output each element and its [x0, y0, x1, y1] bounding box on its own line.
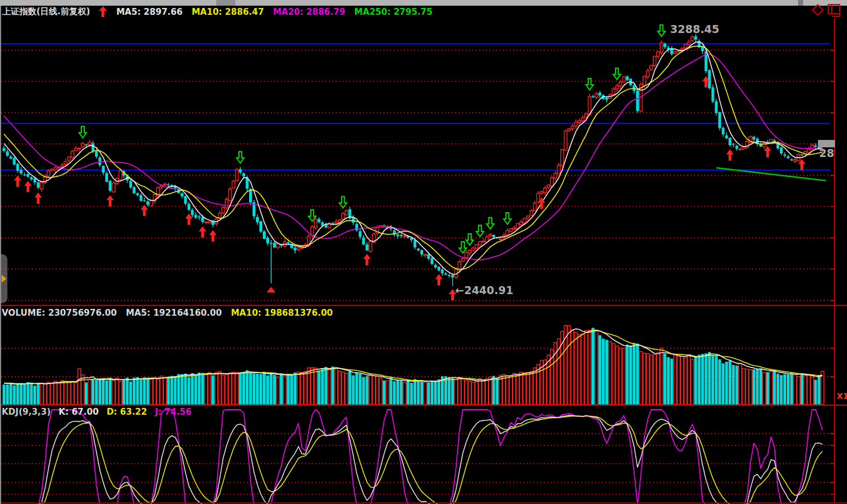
volume-ma5-readout: MA5: 192164160.00 — [126, 308, 222, 318]
last-price-clipped-text: 2897 — [819, 147, 835, 159]
main-chart-header: 上证指数(日线.前复权) MA5: 2897.66 MA10: 2886.47 … — [2, 6, 432, 17]
expand-arrow-icon — [2, 275, 6, 283]
diamond-icon[interactable] — [812, 4, 824, 16]
low-price-annotation: ←2440.91 — [455, 284, 513, 296]
volume-header: VOLUME: 230756976.00 MA5: 192164160.00 M… — [2, 308, 333, 318]
trading-app-window: 上证指数(日线.前复权) MA5: 2897.66 MA10: 2886.47 … — [0, 0, 847, 504]
kdj-j-readout: J: 74.56 — [155, 407, 192, 417]
volume-unit-label: X10 — [837, 391, 847, 402]
kdj-header: KDJ(9,3,3) K: 67.00 D: 63.22 J: 74.56 — [2, 407, 192, 417]
window-icon-mark — [832, 11, 840, 17]
kdj-k-readout: K: 67.00 — [59, 407, 98, 417]
volume-readout: VOLUME: 230756976.00 — [2, 308, 117, 318]
window-icon[interactable] — [828, 4, 842, 18]
chart-canvas[interactable] — [0, 0, 847, 504]
high-price-annotation: 3288.45 — [670, 23, 720, 35]
ma250-readout: MA250: 2795.75 — [354, 7, 432, 17]
ma5-readout: MA5: 2897.66 — [116, 7, 183, 17]
ma20-readout: MA20: 2886.79 — [273, 7, 345, 17]
sidebar-expander-handle[interactable] — [0, 254, 7, 303]
kdj-d-readout: D: 63.22 — [106, 407, 147, 417]
window-corner-icons — [813, 4, 842, 18]
symbol-title: 上证指数(日线.前复权) — [2, 6, 90, 17]
volume-ma10-readout: MA10: 198681376.00 — [231, 308, 333, 318]
ma10-readout: MA10: 2886.47 — [192, 7, 264, 17]
kdj-name: KDJ(9,3,3) — [2, 407, 51, 417]
red-up-arrow-icon — [99, 6, 107, 17]
